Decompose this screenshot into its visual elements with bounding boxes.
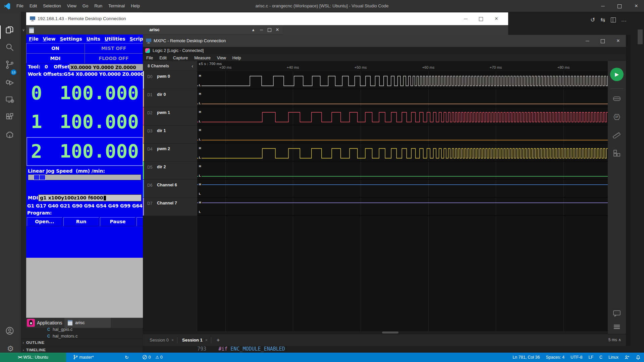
os-item[interactable]: Linux [608,355,619,360]
close-tab-icon[interactable]: × [205,338,208,343]
maximize-button[interactable] [265,25,273,35]
screen: File Edit Selection View Go Run Terminal… [0,0,644,362]
cnc-menu-file[interactable]: File [29,36,39,42]
chevron-right-icon: › [21,339,26,346]
close-button[interactable]: ✕ [489,12,504,25]
history-icon[interactable]: ↺ [590,16,595,23]
channel-row-d5[interactable]: D5dir 2 [143,162,197,180]
tab-session-1[interactable]: Session 1 [182,338,203,343]
search-icon[interactable] [5,43,16,53]
encoding-item[interactable]: UTF-8 [571,355,582,360]
chevron-down-icon[interactable]: ∨ [22,28,25,32]
outline-section-header[interactable]: ›OUTLINE [21,339,143,346]
feedback-chat-icon[interactable] [612,309,621,318]
remote-indicator[interactable]: >< WSL: Ubuntu [0,353,66,362]
channel-row-d1[interactable]: D1dir 0 [143,89,197,107]
close-button[interactable]: ✕ [273,25,281,35]
mdi-input[interactable]: g1 x100y100z100 f6000 [38,194,142,201]
cursor-position-item[interactable]: Ln 781, Col 36 [513,355,540,360]
logic-menu-view[interactable]: View [217,56,226,60]
timebase-indicator[interactable]: 5 ms ∧ [608,334,621,346]
channel-row-d0[interactable]: D0pwm 0 [143,71,197,89]
high-level-label: H [198,92,202,96]
horizontal-scrollbar[interactable] [143,331,608,334]
notifications-bell-icon[interactable] [636,355,641,360]
jog-speed-slider[interactable] [28,174,141,180]
jog-slider-handle[interactable] [34,175,46,180]
timeline-ruler[interactable]: 5 s : 700 ms +30 ms+40 ms+50 ms+60 ms+70… [197,61,608,71]
compare-changes-icon[interactable]: ⇆ [600,16,605,23]
minimize-button[interactable] [257,25,265,35]
channel-row-d2[interactable]: D2pwm 1 [143,107,197,125]
logic-menu-edit[interactable]: Edit [159,56,167,60]
run-button[interactable]: Run [63,217,99,226]
editor-scrollbar-thumb[interactable] [638,29,643,44]
device-settings-icon[interactable] [612,94,621,103]
split-editor-icon[interactable] [611,17,616,22]
account-icon[interactable] [5,326,16,337]
remote-desktop-background [26,258,143,318]
tab-session-0[interactable]: Session 0 [150,338,169,343]
pause-button[interactable]: Pause [100,217,136,226]
error-icon [142,355,147,360]
minimize-button[interactable] [580,35,595,47]
mist-toggle-button[interactable]: MIST OFF [85,43,143,53]
logic-menu-help[interactable]: Help [232,56,241,60]
arisc-window-titlebar[interactable]: arisc ▴✕ [26,25,283,35]
maximize-button[interactable] [612,0,627,12]
problems-item[interactable]: 0 ⚠ 0 [142,353,163,362]
play-capture-button[interactable]: ▶ [610,68,624,81]
cnc-menu-settings[interactable]: Settings [60,36,82,42]
git-branch-item[interactable]: master* [73,353,94,362]
cnc-menu-utilities[interactable]: Utilities [105,36,125,42]
mdi-mode-button[interactable]: MDI [26,53,85,63]
scrollbar-thumb[interactable] [382,331,398,334]
capture-list-icon[interactable] [612,322,621,331]
logic-app-titlebar[interactable]: Logic 2 [Logic - Connected] ✕ [143,47,631,55]
cnc-menu-units[interactable]: Units [87,36,100,42]
machine-on-button[interactable]: ON [26,43,85,53]
open-button[interactable]: Open... [27,217,62,226]
channel-row-d4[interactable]: D4pwm 2 [143,143,197,162]
taskbar-arisc-button[interactable]: arisc [64,318,111,328]
add-session-button[interactable]: + [217,337,220,343]
rdp-logic-titlebar[interactable]: MXPC - Remote Desktop Connection ✕ [143,35,631,47]
applications-menu[interactable]: Applications [37,318,62,328]
cnc-menu-view[interactable]: View [43,36,56,42]
feedback-person-icon[interactable] [625,355,630,360]
measure-ruler-icon[interactable] [612,130,621,138]
maximize-button[interactable] [473,12,489,25]
test-explorer-icon[interactable] [5,130,16,140]
extensions-icon[interactable] [5,112,16,123]
remote-explorer-icon[interactable] [5,95,16,106]
hex-display-icon[interactable]: 1F [612,113,621,121]
maximize-button[interactable] [595,35,610,47]
indentation-item[interactable]: Spaces: 4 [546,355,565,360]
high-level-label: H [198,110,202,114]
flood-toggle-button[interactable]: FLOOD OFF [85,53,143,63]
eol-item[interactable]: LF [588,355,593,360]
minimize-button[interactable] [458,12,473,25]
logic-menu-measure[interactable]: Measure [194,56,211,60]
more-actions-icon[interactable]: … [621,16,627,23]
sync-icon[interactable]: ↻ [125,353,129,362]
channel-row-d6[interactable]: D6Channel 6 [143,180,197,198]
rdp-main-titlebar[interactable]: 192.168.1.43 - Remote Desktop Connection… [26,12,508,25]
channel-row-d7[interactable]: D7Channel 7 [143,198,197,216]
close-button[interactable]: ✕ [629,0,644,12]
extensions-blocks-icon[interactable] [612,149,621,158]
logic-menu-file[interactable]: File [146,56,153,60]
channel-row-d3[interactable]: D3dir 1 [143,125,197,143]
applications-menu-icon[interactable] [27,319,35,327]
close-tab-icon[interactable]: × [171,338,174,343]
minimize-button[interactable] [595,0,611,12]
close-button[interactable]: ✕ [610,35,626,47]
shade-button[interactable]: ▴ [249,25,257,35]
logic-menu-capture[interactable]: Capture [173,56,188,60]
language-item[interactable]: C [599,355,602,360]
resume-button[interactable]: Resume [137,217,143,226]
run-debug-icon[interactable] [5,77,16,88]
collapse-panel-icon[interactable]: ‹ [192,61,193,71]
cnc-menu-scripts[interactable]: Scripts [130,36,143,42]
explorer-icon[interactable] [5,25,16,36]
